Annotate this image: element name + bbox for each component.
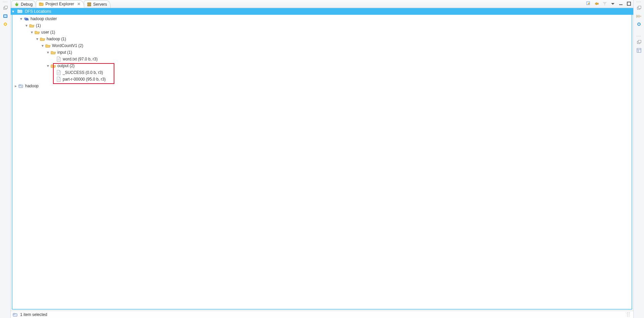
svg-rect-22 <box>28 19 29 20</box>
blue-panel-icon[interactable] <box>2 13 9 19</box>
svg-rect-16 <box>627 2 631 5</box>
project-status-icon <box>13 312 18 317</box>
filter-icon[interactable] <box>602 1 608 7</box>
tree-label: hadoop cluster <box>31 16 57 21</box>
servers-icon <box>87 2 92 7</box>
tab-project-explorer-label: Project Explorer <box>45 2 74 6</box>
toolbar-drag-handle[interactable]: ···· <box>3 1 8 3</box>
status-bar: 1 item selected <box>11 311 633 318</box>
svg-point-6 <box>15 3 18 6</box>
svg-rect-38 <box>638 6 641 8</box>
svg-rect-36 <box>13 313 15 314</box>
file-icon <box>56 70 61 75</box>
app-root: ···· Debug Project Explorer <box>0 0 644 318</box>
close-icon[interactable]: ✕ <box>77 2 80 6</box>
tree-label: part-r-00000 (95.0 b, r3) <box>63 77 106 82</box>
svg-rect-3 <box>4 15 7 17</box>
tab-servers-label: Servers <box>93 2 107 7</box>
svg-rect-33 <box>19 85 21 86</box>
svg-point-21 <box>24 17 26 19</box>
folder-open-icon <box>35 30 40 35</box>
breakpoints-icon[interactable] <box>636 21 642 28</box>
chevron-down-icon[interactable]: ▾ <box>35 37 39 41</box>
tree-pane[interactable]: ▾ hadoop cluster ▾ <box>12 15 632 310</box>
chevron-down-icon[interactable]: ▾ <box>46 50 50 55</box>
chevron-down-icon[interactable]: ▾ <box>46 63 50 68</box>
tree-label: user (1) <box>41 30 55 35</box>
tree-node-output[interactable]: ▾ output (2) <box>12 62 632 69</box>
maximize-icon[interactable] <box>626 1 632 7</box>
svg-point-40 <box>638 24 640 25</box>
content-wrap: ▾ hadoop cluster ▾ <box>11 15 633 311</box>
right-toolbar: ···· (x)= ···· <box>633 0 644 318</box>
tree-node-wordcount[interactable]: ▾ WordCountV1 (2) <box>12 42 632 49</box>
bug-icon <box>14 2 19 7</box>
svg-rect-11 <box>39 3 41 4</box>
tree-label: input (1) <box>57 50 72 55</box>
variables-icon-label: (x)= <box>636 14 642 18</box>
yellow-gear-icon[interactable] <box>2 21 9 28</box>
toolbar-drag-handle[interactable]: ···· <box>636 35 641 38</box>
link-editor-icon[interactable] <box>594 1 600 7</box>
chevron-down-icon[interactable]: ▾ <box>24 23 29 28</box>
collapse-all-icon[interactable] <box>586 1 592 7</box>
svg-rect-42 <box>638 40 641 43</box>
tree-label: hadoop (1) <box>47 37 66 41</box>
svg-rect-18 <box>20 10 22 13</box>
restore-icon[interactable] <box>2 5 9 11</box>
status-resize-grip[interactable] <box>627 312 629 317</box>
view-menu-icon[interactable] <box>610 1 616 7</box>
svg-rect-15 <box>619 4 623 5</box>
svg-rect-43 <box>637 48 641 52</box>
svg-text:J: J <box>21 85 22 88</box>
folder-open-icon <box>45 43 51 48</box>
chevron-down-icon: ▾ <box>12 9 15 14</box>
tree-node-wordtxt[interactable]: ▾ word.txt (97.0 b, r3) <box>12 56 632 62</box>
tab-project-explorer[interactable]: Project Explorer ✕ <box>36 0 84 8</box>
tree-section-header[interactable]: ▾ DFS Locations <box>11 8 633 15</box>
tab-servers[interactable]: Servers <box>84 0 111 8</box>
folder-open-icon <box>40 36 45 42</box>
chevron-right-icon[interactable]: ▸ <box>14 84 18 88</box>
folder-nav-icon <box>39 2 44 6</box>
elephant-icon <box>24 16 29 21</box>
minimize-icon[interactable] <box>618 1 624 7</box>
chevron-down-icon[interactable]: ▾ <box>19 16 23 21</box>
chevron-down-icon[interactable]: ▾ <box>41 43 45 48</box>
variables-icon[interactable]: (x)= <box>636 13 642 19</box>
folder-open-icon <box>51 50 56 55</box>
tree-label: _SUCCESS (0.0 b, r3) <box>63 70 103 75</box>
tree-node-project-hadoop[interactable]: ▸ J hadoop <box>12 83 632 89</box>
svg-rect-12 <box>88 3 91 4</box>
view-tabstrip: Debug Project Explorer ✕ Servers <box>11 0 633 8</box>
outline-icon[interactable] <box>636 47 642 54</box>
tree-node-success[interactable]: ▾ _SUCCESS (0.0 b, r3) <box>12 69 632 76</box>
tree-node-root[interactable]: ▾ (1) <box>12 22 632 29</box>
tree-section-title: DFS Locations <box>25 9 51 14</box>
tree-node-hadoop-dir[interactable]: ▾ hadoop (1) <box>12 36 632 42</box>
tab-debug-label: Debug <box>21 2 33 7</box>
svg-line-9 <box>18 4 18 4</box>
tree-node-input[interactable]: ▾ input (1) <box>12 49 632 56</box>
toolbar-drag-handle[interactable]: ···· <box>636 1 641 3</box>
svg-rect-13 <box>88 5 91 6</box>
dfs-locations-icon <box>17 9 23 14</box>
svg-point-5 <box>5 24 6 25</box>
tree-label: hadoop <box>25 84 39 88</box>
tree-node-cluster[interactable]: ▾ hadoop cluster <box>12 15 632 22</box>
tab-debug[interactable]: Debug <box>11 0 36 8</box>
status-text: 1 item selected <box>20 312 47 317</box>
restore-icon[interactable] <box>636 39 642 46</box>
file-icon <box>56 56 61 62</box>
tree-label: (1) <box>36 23 41 28</box>
svg-line-8 <box>15 4 16 4</box>
tree-node-part[interactable]: ▾ part-r-00000 (95.0 b, r3) <box>12 76 632 83</box>
chevron-down-icon[interactable]: ▾ <box>30 30 34 35</box>
tree-node-user[interactable]: ▾ user (1) <box>12 29 632 36</box>
java-project-icon: J <box>18 83 24 89</box>
restore-icon[interactable] <box>636 5 642 11</box>
project-tree: ▾ hadoop cluster ▾ <box>12 15 632 89</box>
tree-label: word.txt (97.0 b, r3) <box>63 57 98 61</box>
svg-rect-19 <box>17 10 19 11</box>
left-toolbar: ···· <box>0 0 11 318</box>
